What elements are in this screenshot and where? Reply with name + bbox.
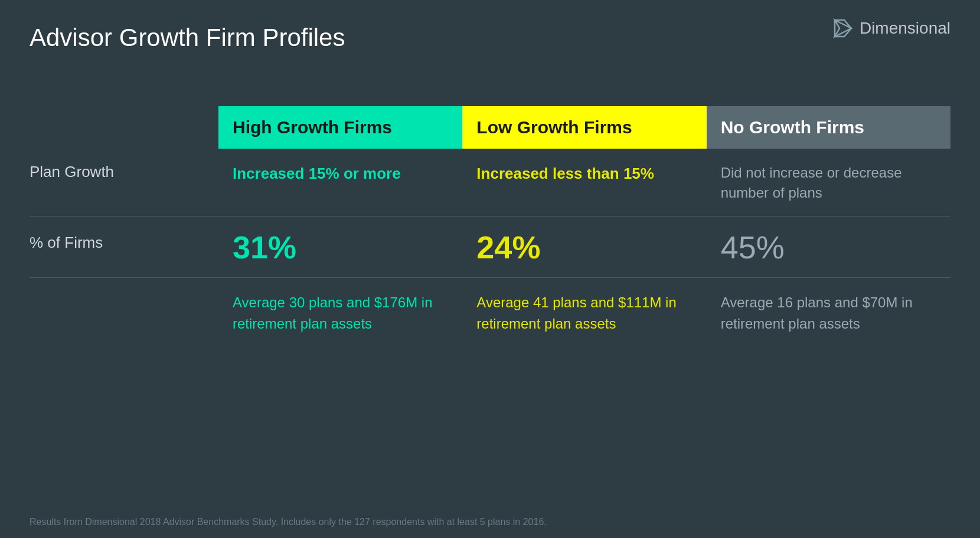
header-empty-cell bbox=[30, 106, 218, 149]
average-empty-label bbox=[30, 278, 218, 349]
plan-growth-none-cell: Did not increase or decrease number of p… bbox=[707, 149, 950, 216]
logo: Dimensional bbox=[832, 18, 950, 39]
page-title: Advisor Growth Firm Profiles bbox=[30, 24, 345, 52]
plan-growth-none-value: Did not increase or decrease number of p… bbox=[721, 165, 902, 201]
average-none-value: Average 16 plans and $70M in retirement … bbox=[707, 278, 950, 349]
footer-note: Results from Dimensional 2018 Advisor Be… bbox=[30, 517, 547, 527]
low-growth-header: Low Growth Firms bbox=[462, 106, 706, 149]
main-table: High Growth Firms Low Growth Firms No Gr… bbox=[30, 106, 950, 491]
plan-growth-high-value: Increased 15% or more bbox=[233, 165, 401, 182]
percent-none-value: 45% bbox=[707, 217, 950, 277]
logo-text: Dimensional bbox=[860, 19, 950, 38]
percent-of-firms-label: % of Firms bbox=[30, 217, 218, 277]
dimensional-logo-icon bbox=[832, 18, 854, 39]
svg-marker-0 bbox=[835, 20, 851, 37]
plan-growth-low-cell: Increased less than 15% bbox=[462, 149, 706, 216]
high-growth-header: High Growth Firms bbox=[218, 106, 462, 149]
plan-growth-low-value: Increased less than 15% bbox=[476, 165, 654, 182]
average-low-value: Average 41 plans and $111M in retirement… bbox=[462, 278, 706, 349]
svg-marker-1 bbox=[835, 20, 851, 37]
table-grid: High Growth Firms Low Growth Firms No Gr… bbox=[30, 106, 950, 349]
average-high-value: Average 30 plans and $176M in retirement… bbox=[218, 278, 462, 349]
percent-low-value: 24% bbox=[462, 217, 706, 277]
plan-growth-high-cell: Increased 15% or more bbox=[218, 149, 462, 216]
no-growth-header: No Growth Firms bbox=[707, 106, 950, 149]
plan-growth-label: Plan Growth bbox=[30, 149, 218, 216]
percent-high-value: 31% bbox=[218, 217, 462, 277]
